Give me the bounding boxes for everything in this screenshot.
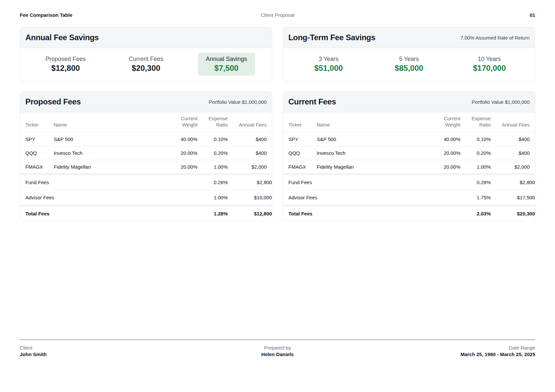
stat-current-fees: Current Fees $20,300	[121, 53, 171, 76]
stat-label: Current Fees	[129, 56, 163, 63]
cell-name: S&P 500	[317, 132, 429, 146]
cell-fees: $2,000	[228, 160, 272, 174]
client-name: John Smith	[20, 351, 191, 357]
cell-ratio: 0.10%	[197, 132, 228, 146]
cell-ratio: 1.00%	[197, 190, 228, 206]
cell-name: S&P 500	[54, 132, 166, 146]
advisor-fees-row: Advisor Fees 1.00% $10,000	[20, 190, 272, 206]
cell-fees: $400	[228, 146, 272, 160]
stat-value: $85,000	[395, 64, 424, 73]
cell-fees: $20,300	[491, 206, 535, 221]
table-row: FMAGX Fidelity Magellan 20.00% 1.00% $2,…	[20, 160, 272, 174]
cell-ratio: 2.03%	[460, 206, 491, 221]
cell-ticker: QQQ	[283, 146, 317, 160]
cell-weight: 40.00%	[166, 132, 197, 146]
prepared-by-name: Helen Daniels	[261, 351, 294, 357]
cell-ticker: SPY	[283, 132, 317, 146]
cell-label: Fund Fees	[283, 174, 429, 190]
table-header-row: Ticker Name Current Weight Expense Ratio…	[20, 112, 272, 132]
col-name: Name	[317, 112, 429, 132]
cell-fees: $400	[491, 146, 535, 160]
client-label: Client	[20, 345, 191, 350]
cell-name: Invesco Tech	[54, 146, 166, 160]
cell-ticker: QQQ	[20, 146, 54, 160]
col-annual-fees: Annual Fees	[228, 112, 272, 132]
table-row: QQQ Invesco Tech 20.00% 0.20% $400	[283, 146, 535, 160]
stat-label: Annual Savings	[206, 56, 247, 63]
cell-ratio: 1.00%	[460, 160, 491, 174]
total-fees-row: Total Fees 1.28% $12,800	[20, 206, 272, 221]
fund-fees-row: Fund Fees 0.28% $2,800	[283, 174, 535, 190]
cell-ratio: 0.28%	[460, 174, 491, 190]
savings-cards-row: Annual Fee Savings Proposed Fees $12,800…	[20, 27, 535, 81]
fund-fees-row: Fund Fees 0.28% $2,800	[20, 174, 272, 190]
cell-fees: $10,000	[228, 190, 272, 206]
cell-fees: $2,800	[491, 174, 535, 190]
cell-weight: 20.00%	[166, 160, 197, 174]
table-row: FMAGX Fidelity Magellan 20.00% 1.00% $2,…	[283, 160, 535, 174]
cell-fees: $2,800	[228, 174, 272, 190]
cell-fees: $17,500	[491, 190, 535, 206]
stat-label: 3 Years	[319, 56, 338, 63]
card-title: Proposed Fees	[25, 97, 81, 106]
stat-value: $170,000	[473, 64, 506, 73]
col-current-weight: Current Weight	[166, 112, 197, 132]
cell-weight: 20.00%	[166, 146, 197, 160]
document-title: Fee Comparison Table	[20, 12, 73, 18]
document-subtitle: Client Proposal	[261, 12, 294, 18]
stat-proposed-fees: Proposed Fees $12,800	[38, 53, 94, 76]
table-row: SPY S&P 500 40.00% 0.10% $400	[20, 132, 272, 146]
cell-fees: $400	[228, 132, 272, 146]
table-row: SPY S&P 500 40.00% 0.10% $400	[283, 132, 535, 146]
cell-label: Total Fees	[20, 206, 166, 221]
proposed-fees-card: Proposed Fees Portfolio Value $1,000,000…	[20, 91, 272, 221]
card-header: Annual Fee Savings	[20, 27, 272, 48]
current-fees-card: Current Fees Portfolio Value $1,000,000 …	[283, 91, 535, 221]
date-range-label: Date Range	[509, 345, 535, 350]
stat-10-years: 10 Years $170,000	[465, 53, 514, 76]
stat-value: $20,300	[132, 64, 161, 73]
cell-ratio: 0.20%	[197, 146, 228, 160]
card-header: Current Fees Portfolio Value $1,000,000	[283, 92, 535, 112]
col-expense-ratio: Expense Ratio	[460, 112, 491, 132]
stat-value: $7,500	[214, 64, 238, 73]
card-title: Current Fees	[288, 97, 336, 106]
col-current-weight: Current Weight	[429, 112, 460, 132]
col-ticker: Ticker	[283, 112, 317, 132]
cell-fees: $2,000	[491, 160, 535, 174]
stat-5-years: 5 Years $85,000	[387, 53, 431, 76]
cell-ratio: 1.75%	[460, 190, 491, 206]
col-annual-fees: Annual Fees	[491, 112, 535, 132]
prepared-by-label: Prepared by	[264, 345, 291, 350]
cell-label: Fund Fees	[20, 174, 166, 190]
portfolio-value: Portfolio Value $1,000,000	[472, 99, 530, 105]
cell-label: Advisor Fees	[283, 190, 429, 206]
cell-fees: $400	[491, 132, 535, 146]
col-ticker: Ticker	[20, 112, 54, 132]
annual-savings-stats: Proposed Fees $12,800 Current Fees $20,3…	[20, 48, 272, 81]
fee-tables-row: Proposed Fees Portfolio Value $1,000,000…	[20, 91, 535, 221]
cell-weight: 20.00%	[429, 146, 460, 160]
footer-client: Client John Smith	[20, 345, 191, 357]
portfolio-value: Portfolio Value $1,000,000	[209, 99, 267, 105]
cell-name: Fidelity Magellan	[54, 160, 166, 174]
cell-label: Advisor Fees	[20, 190, 166, 206]
stat-annual-savings: Annual Savings $7,500	[198, 53, 255, 76]
cell-name: Fidelity Magellan	[317, 160, 429, 174]
advisor-fees-row: Advisor Fees 1.75% $17,500	[283, 190, 535, 206]
date-range-value: March 25, 1980 - March 25, 2025	[460, 351, 535, 357]
card-header: Proposed Fees Portfolio Value $1,000,000	[20, 92, 272, 112]
stat-value: $51,000	[314, 64, 343, 73]
card-title: Long-Term Fee Savings	[288, 33, 375, 42]
cell-ratio: 0.20%	[460, 146, 491, 160]
total-fees-row: Total Fees 2.03% $20,300	[283, 206, 535, 221]
table-header-row: Ticker Name Current Weight Expense Ratio…	[283, 112, 535, 132]
long-term-stats: 3 Years $51,000 5 Years $85,000 10 Years…	[283, 48, 535, 81]
cell-ticker: FMAGX	[283, 160, 317, 174]
col-name: Name	[54, 112, 166, 132]
stat-label: Proposed Fees	[45, 56, 86, 63]
col-expense-ratio: Expense Ratio	[197, 112, 228, 132]
proposed-fees-table: Ticker Name Current Weight Expense Ratio…	[20, 112, 272, 221]
cell-fees: $12,800	[228, 206, 272, 221]
cell-weight: 40.00%	[429, 132, 460, 146]
